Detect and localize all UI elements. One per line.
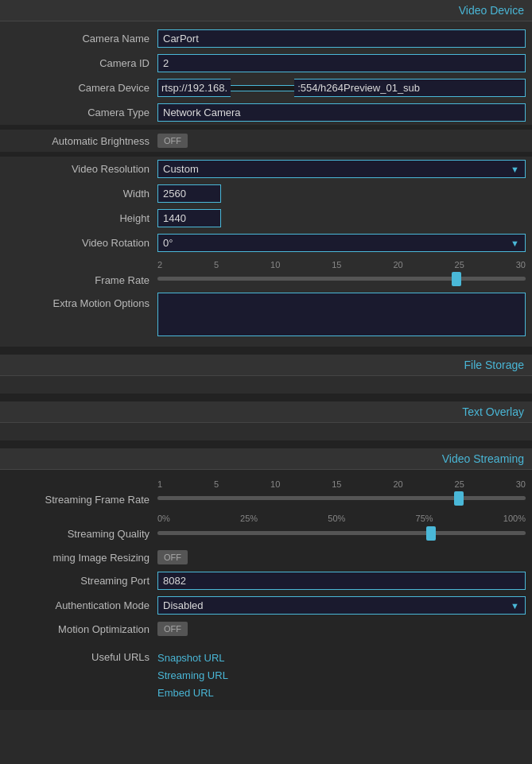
streaming-port-control <box>157 572 526 590</box>
motion-opt-control: OFF <box>157 622 526 636</box>
video-resolution-select[interactable]: Custom <box>157 160 526 178</box>
divider-video-streaming <box>0 440 532 448</box>
video-streaming-section: Streaming Frame Rate 1 5 10 15 20 25 30 … <box>0 470 532 710</box>
auto-brightness-row: Automatic Brightness OFF <box>0 130 532 152</box>
camera-name-input[interactable] <box>157 29 526 48</box>
auto-brightness-label: Automatic Brightness <box>6 135 157 147</box>
snapshot-url-link[interactable]: Snapshot URL <box>157 650 526 667</box>
camera-device-control: rtsp://192.168. :554/h264Preview_01_sub <box>157 79 526 97</box>
auto-brightness-toggle[interactable]: OFF <box>157 134 188 148</box>
video-resolution-row: Video Resolution Custom <box>0 157 532 181</box>
auth-mode-control: Disabled <box>157 596 526 615</box>
file-storage-body <box>0 376 532 394</box>
streaming-quality-label: Streaming Quality <box>6 514 157 540</box>
divider-text-overlay <box>0 394 532 401</box>
streaming-frame-rate-control: 1 5 10 15 20 25 30 <box>157 479 526 502</box>
video-resolution-control: Custom <box>157 160 526 178</box>
camera-id-label: Camera ID <box>6 57 157 69</box>
auto-brightness-control: OFF <box>157 134 526 148</box>
camera-type-label: Camera Type <box>6 107 157 118</box>
camera-id-input[interactable] <box>157 54 526 72</box>
camera-device-label: Camera Device <box>6 82 157 94</box>
frame-rate-row: Frame Rate 2 5 10 15 20 25 30 <box>0 255 532 289</box>
useful-urls-label: Useful URLs <box>6 650 157 663</box>
useful-urls-control: Snapshot URL Streaming URL Embed URL <box>157 650 526 702</box>
image-resizing-label: ming Image Resizing <box>6 552 157 564</box>
motion-opt-label: Motion Optimization <box>6 623 157 635</box>
camera-device-hidden <box>231 85 294 91</box>
camera-id-control <box>157 54 526 72</box>
camera-type-input[interactable] <box>157 103 526 122</box>
streaming-frame-rate-labels: 1 5 10 15 20 25 30 <box>157 479 526 489</box>
streaming-port-input[interactable] <box>157 572 526 590</box>
image-resizing-row: ming Image Resizing OFF <box>0 546 532 568</box>
video-device-section: Camera Name Camera ID Camera Device rtsp… <box>0 21 532 347</box>
video-device-header: Video Device <box>0 0 532 21</box>
video-streaming-header: Video Streaming <box>0 448 532 470</box>
camera-device-prefix: rtsp://192.168. <box>157 79 231 97</box>
camera-type-control <box>157 103 526 122</box>
camera-name-label: Camera Name <box>6 33 157 45</box>
video-rotation-label: Video Rotation <box>6 237 157 249</box>
camera-name-control <box>157 29 526 48</box>
frame-rate-label: Frame Rate <box>6 260 157 286</box>
video-resolution-label: Video Resolution <box>6 163 157 175</box>
streaming-frame-rate-label: Streaming Frame Rate <box>6 479 157 506</box>
motion-opt-row: Motion Optimization OFF <box>0 618 532 640</box>
extra-motion-control <box>157 293 526 339</box>
streaming-port-label: Streaming Port <box>6 575 157 587</box>
video-rotation-row: Video Rotation 0° <box>0 231 532 255</box>
streaming-port-row: Streaming Port <box>0 568 532 593</box>
auth-mode-label: Authentication Mode <box>6 599 157 611</box>
text-overlay-body <box>0 423 532 440</box>
video-rotation-select[interactable]: 0° <box>157 234 526 252</box>
file-storage-header: File Storage <box>0 355 532 376</box>
extra-motion-textarea[interactable] <box>157 293 526 336</box>
streaming-quality-row: Streaming Quality 0% 25% 50% 75% 100% <box>0 509 532 543</box>
streaming-frame-rate-row: Streaming Frame Rate 1 5 10 15 20 25 30 <box>0 475 532 509</box>
embed-url-link[interactable]: Embed URL <box>157 684 526 702</box>
image-resizing-toggle[interactable]: OFF <box>157 550 188 564</box>
streaming-url-link[interactable]: Streaming URL <box>157 667 526 684</box>
height-row: Height <box>0 206 532 231</box>
height-control <box>157 209 526 227</box>
width-control <box>157 184 526 203</box>
auth-mode-select[interactable]: Disabled <box>157 596 526 615</box>
width-label: Width <box>6 188 157 200</box>
text-overlay-header: Text Overlay <box>0 401 532 423</box>
width-row: Width <box>0 181 532 206</box>
streaming-quality-slider[interactable] <box>157 531 526 535</box>
streaming-quality-labels: 0% 25% 50% 75% 100% <box>157 514 526 523</box>
camera-type-row: Camera Type <box>0 100 532 125</box>
auth-mode-row: Authentication Mode Disabled <box>0 593 532 618</box>
divider-file-storage <box>0 347 532 355</box>
frame-rate-labels: 2 5 10 15 20 25 30 <box>157 260 526 270</box>
streaming-quality-control: 0% 25% 50% 75% 100% <box>157 514 526 537</box>
frame-rate-control: 2 5 10 15 20 25 30 <box>157 260 526 283</box>
camera-name-row: Camera Name <box>0 26 532 51</box>
useful-urls-row: Useful URLs Snapshot URL Streaming URL E… <box>0 645 532 705</box>
camera-device-row: Camera Device rtsp://192.168. :554/h264P… <box>0 76 532 100</box>
height-label: Height <box>6 212 157 224</box>
camera-device-suffix: :554/h264Preview_01_sub <box>294 79 526 97</box>
image-resizing-control: OFF <box>157 550 526 564</box>
height-input[interactable] <box>157 209 221 227</box>
camera-id-row: Camera ID <box>0 51 532 76</box>
streaming-frame-rate-slider[interactable] <box>157 496 526 500</box>
video-rotation-control: 0° <box>157 234 526 252</box>
extra-motion-label: Extra Motion Options <box>6 293 157 309</box>
frame-rate-slider[interactable] <box>157 277 526 281</box>
extra-motion-row: Extra Motion Options <box>0 289 532 342</box>
motion-opt-toggle[interactable]: OFF <box>157 622 188 636</box>
width-input[interactable] <box>157 184 221 203</box>
